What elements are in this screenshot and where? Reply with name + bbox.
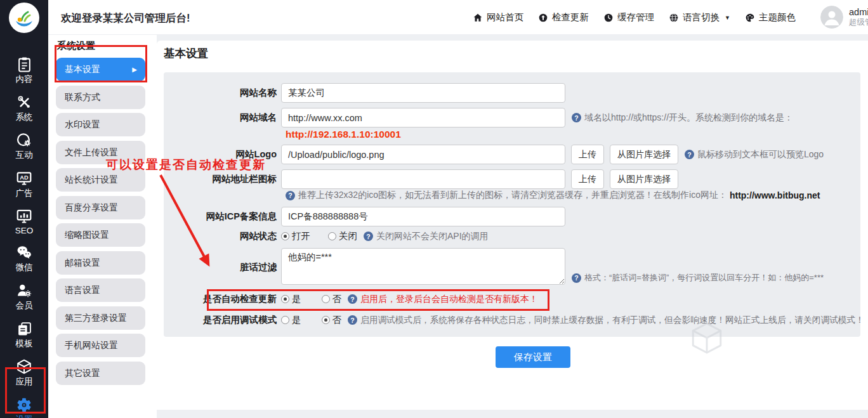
favicon-gallery-button[interactable]: 从图片库选择 — [610, 169, 678, 189]
sidebar-item-interact[interactable]: 互动 — [0, 127, 48, 166]
logo-upload-button[interactable]: 上传 — [571, 145, 604, 164]
submenu-item-缩略图设置[interactable]: 缩略图设置 — [56, 223, 145, 247]
sidebar-item-content[interactable]: 内容 — [0, 51, 48, 89]
domain-help: 域名以http://或https://开头。系统检测到你的域名是： — [584, 112, 793, 124]
auto-update-yes-radio[interactable] — [281, 295, 289, 303]
topnav-label: 检查更新 — [552, 11, 589, 23]
topnav-label: 主题颜色 — [759, 11, 796, 23]
form-row-status: 网站状态 打开 关闭 ?关闭网站不会关闭API的调用 — [164, 230, 489, 242]
main-content: 基本设置 网站名称 网站域名 ?域名以http://或https://开头。系统… — [157, 41, 868, 410]
auto-update-label: 是否自动检查更新 — [164, 293, 281, 305]
sidebar-item-label: SEO — [15, 226, 34, 235]
sidebar-item-system[interactable]: 系统 — [0, 89, 48, 127]
status-close-label: 关闭 — [339, 230, 357, 242]
submenu-item-label: 基本设置 — [65, 64, 100, 74]
debug-yes-radio[interactable] — [281, 316, 289, 324]
sidebar-item-wechat[interactable]: 微信 — [0, 240, 48, 278]
auto-update-no-label: 否 — [332, 293, 342, 305]
app-logo[interactable] — [0, 0, 48, 35]
svg-text:AD: AD — [20, 174, 29, 181]
submenu-item-第三方登录设置[interactable]: 第三方登录设置 — [56, 306, 145, 330]
topnav-label: 缓存管理 — [617, 11, 654, 23]
sidebar-item-label: 互动 — [16, 150, 33, 161]
sidebar-item-label: 广告 — [16, 188, 33, 199]
favicon-label: 网站地址栏图标 — [164, 173, 281, 185]
topnav-home[interactable]: 网站首页 — [473, 11, 523, 23]
ad-icon: AD — [16, 170, 32, 186]
logo-path-input[interactable] — [281, 145, 565, 164]
submenu-item-label: 第三方登录设置 — [65, 313, 127, 323]
user-role: 超级管理员 — [849, 18, 868, 28]
submenu-item-站长统计设置[interactable]: 站长统计设置 — [56, 168, 145, 192]
theme-icon — [745, 13, 755, 23]
submenu-list: 基本设置▶联系方式水印设置文件上传设置站长统计设置百度分享设置缩略图设置邮箱设置… — [48, 58, 157, 385]
debug-yes-label: 是 — [292, 314, 301, 326]
help-icon: ? — [572, 113, 581, 122]
submenu-item-label: 百度分享设置 — [65, 202, 118, 212]
form-row-profanity: 脏话过滤 他妈的=*** ?格式：“脏话词=替换词”，每行词设置以回车分开！如：… — [164, 248, 824, 285]
site-name-input[interactable] — [281, 83, 565, 103]
submenu-item-手机网站设置[interactable]: 手机网站设置 — [56, 334, 145, 357]
sidebar-item-member[interactable]: 会员 — [0, 278, 48, 316]
domain-input[interactable] — [281, 108, 565, 127]
bitbug-link: http://www.bitbug.net — [730, 190, 820, 200]
topbar-nav: 网站首页检查更新缓存管理语言切换▼主题颜色 — [473, 0, 796, 35]
sidebar-item-template[interactable]: 模板 — [0, 316, 48, 354]
submenu-item-基本设置[interactable]: 基本设置▶ — [56, 58, 145, 81]
submenu-item-label: 文件上传设置 — [65, 147, 118, 157]
sidebar-nav: 内容系统互动AD广告SEO微信会员模板应用设置 — [0, 51, 48, 418]
chevron-down-icon: ▼ — [725, 15, 730, 21]
domain-label: 网站域名 — [164, 112, 281, 124]
save-settings-button[interactable]: 保存设置 — [496, 346, 570, 368]
form-row-favicon: 网站地址栏图标 上传 从图片库选择 — [164, 169, 678, 189]
auto-update-yes-label: 是 — [292, 293, 301, 305]
help-icon: ? — [348, 294, 357, 304]
topnav-language[interactable]: 语言切换▼ — [669, 11, 730, 23]
wechat-icon — [16, 244, 32, 261]
status-open-radio[interactable] — [281, 232, 289, 240]
submenu-item-邮箱设置[interactable]: 邮箱设置 — [56, 251, 145, 275]
submenu-item-label: 其它设置 — [65, 368, 100, 378]
topnav-theme[interactable]: 主题颜色 — [745, 11, 796, 23]
settings-submenu: 系统设置 基本设置▶联系方式水印设置文件上传设置站长统计设置百度分享设置缩略图设… — [48, 35, 157, 418]
avatar — [820, 6, 843, 29]
content-title: 基本设置 — [164, 46, 208, 61]
favicon-input[interactable] — [281, 169, 565, 189]
submenu-item-文件上传设置[interactable]: 文件上传设置 — [56, 141, 145, 164]
content-icon — [16, 56, 32, 72]
debug-no-label: 否 — [332, 314, 342, 326]
check-update-icon — [538, 13, 548, 23]
status-label: 网站状态 — [164, 230, 281, 242]
logo-gallery-button[interactable]: 从图片库选择 — [610, 145, 678, 164]
auto-update-no-radio[interactable] — [322, 295, 330, 303]
help-icon: ? — [364, 232, 373, 241]
status-close-radio[interactable] — [328, 232, 336, 240]
submenu-item-label: 邮箱设置 — [65, 258, 100, 268]
submenu-item-百度分享设置[interactable]: 百度分享设置 — [56, 196, 145, 219]
topnav-label: 网站首页 — [487, 11, 523, 23]
template-icon — [16, 320, 32, 337]
submenu-item-其它设置[interactable]: 其它设置 — [56, 362, 145, 385]
submenu-item-语言设置[interactable]: 语言设置 — [56, 278, 145, 302]
profanity-textarea[interactable]: 他妈的=*** — [281, 248, 565, 285]
submenu-item-水印设置[interactable]: 水印设置 — [56, 113, 145, 136]
language-icon — [669, 13, 679, 23]
logo-help: 鼠标移动到文本框可以预览Logo — [697, 149, 824, 160]
user-menu[interactable]: admin 超级管理员 — [820, 6, 868, 29]
sidebar-item-settings[interactable]: 设置 — [0, 392, 48, 418]
settings-icon — [16, 396, 32, 413]
debug-no-radio[interactable] — [322, 316, 330, 324]
settings-form-panel: 网站名称 网站域名 ?域名以http://或https://开头。系统检测到你的… — [164, 72, 860, 337]
form-row-auto-update: 是否自动检查更新 是 否 ?启用后，登录后台会自动检测是否有新版本！ — [164, 293, 538, 305]
debug-help: 启用调试模式后，系统将保存各种状态日志，同时禁止缓存数据，有利于调试，但会影响速… — [360, 315, 864, 326]
submenu-item-联系方式[interactable]: 联系方式 — [56, 86, 145, 109]
topnav-check-update[interactable]: 检查更新 — [538, 11, 589, 23]
topnav-cache[interactable]: 缓存管理 — [603, 11, 654, 23]
favicon-upload-button[interactable]: 上传 — [571, 169, 604, 189]
sidebar-item-app[interactable]: 应用 — [0, 354, 48, 392]
sidebar-item-seo[interactable]: SEO — [0, 204, 48, 240]
icp-input[interactable] — [281, 207, 565, 226]
logo-label: 网站Logo — [164, 148, 281, 160]
form-row-icp: 网站ICP备案信息 — [164, 207, 565, 226]
sidebar-item-ad[interactable]: AD广告 — [0, 166, 48, 204]
